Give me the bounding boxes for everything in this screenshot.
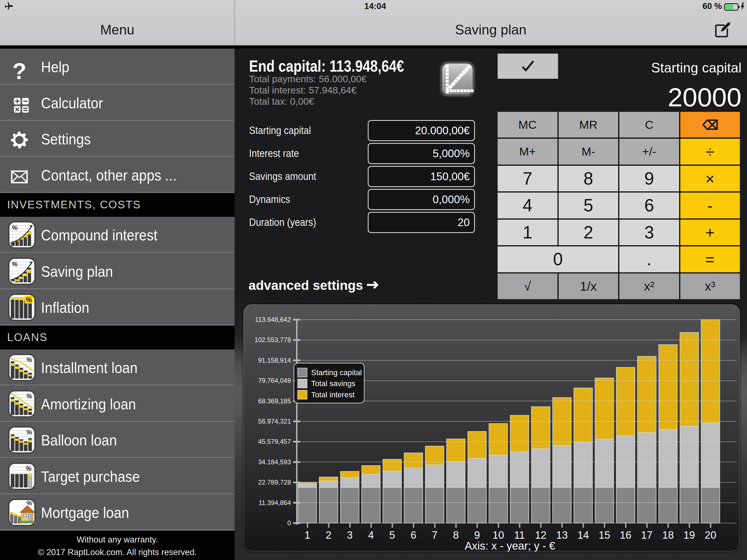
svg-text:15: 15: [598, 529, 610, 541]
svg-text:%: %: [26, 465, 31, 472]
svg-text:91.158,914: 91.158,914: [258, 357, 291, 364]
svg-text:5: 5: [389, 529, 395, 541]
svg-text:11.394,864: 11.394,864: [259, 499, 291, 506]
svg-text:56.974,321: 56.974,321: [258, 417, 291, 425]
svg-text:10: 10: [492, 529, 504, 541]
svg-text:1: 1: [304, 529, 310, 541]
svg-text:4: 4: [368, 529, 374, 541]
svg-text:Axis: x - year; y - €: Axis: x - year; y - €: [465, 540, 555, 552]
svg-text:13: 13: [556, 529, 568, 541]
svg-text:Starting capital: Starting capital: [311, 368, 362, 377]
svg-text:7: 7: [432, 529, 437, 541]
svg-text:%: %: [12, 260, 18, 268]
svg-text:0: 0: [287, 519, 291, 527]
svg-text:12: 12: [535, 529, 546, 541]
svg-text:17: 17: [641, 529, 652, 541]
svg-text:3: 3: [347, 529, 353, 541]
svg-text:6: 6: [410, 529, 416, 541]
svg-text:19: 19: [684, 529, 695, 541]
svg-text:102.553,778: 102.553,778: [255, 336, 291, 343]
svg-text:14: 14: [577, 529, 589, 541]
svg-text:68.369,185: 68.369,185: [258, 397, 291, 405]
svg-text:79.764,049: 79.764,049: [258, 377, 291, 384]
svg-text:Total savings: Total savings: [311, 379, 356, 388]
svg-text:16: 16: [620, 529, 632, 541]
svg-text:8: 8: [453, 529, 459, 541]
svg-text:%: %: [26, 429, 32, 436]
svg-text:11: 11: [514, 529, 525, 541]
svg-text:2: 2: [326, 529, 331, 541]
svg-text:%: %: [26, 499, 32, 507]
svg-text:20: 20: [705, 529, 716, 541]
svg-text:%: %: [26, 356, 32, 363]
svg-text:9: 9: [474, 529, 480, 541]
svg-text:45.579,457: 45.579,457: [258, 438, 291, 445]
svg-text:113.948,642: 113.948,642: [255, 316, 291, 323]
svg-text:%: %: [26, 392, 32, 400]
svg-text:%: %: [26, 296, 32, 304]
svg-text:%: %: [12, 224, 18, 231]
svg-text:34.184,593: 34.184,593: [258, 458, 291, 466]
svg-text:Total interest: Total interest: [311, 390, 355, 399]
svg-text:18: 18: [662, 529, 674, 541]
svg-text:22.789,728: 22.789,728: [258, 479, 291, 486]
